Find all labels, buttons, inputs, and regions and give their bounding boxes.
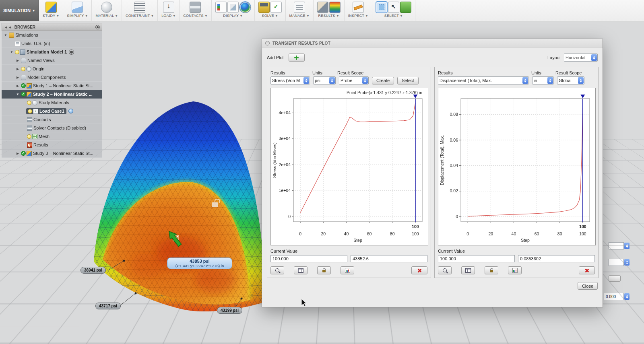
current-step-field[interactable]: 100.000 <box>438 255 515 262</box>
select-button[interactable]: Select <box>397 77 419 84</box>
cursor-triangle-icon[interactable] <box>413 95 417 98</box>
expand-arrow-icon[interactable]: ▶ <box>15 84 20 88</box>
toolbar-group-constraint[interactable]: CONSTRAINT ▼ <box>122 0 158 21</box>
stepper-icon[interactable] <box>624 243 630 249</box>
results-compare-icon[interactable] <box>317 2 328 13</box>
units-dropdown[interactable]: psi <box>313 76 336 84</box>
step-cursor[interactable]: 100 <box>412 95 419 229</box>
browser-item-origin[interactable]: ▶Origin <box>2 65 102 73</box>
browser-item-units-u-s-in[interactable]: Units: U.S. (in) <box>2 39 102 48</box>
browser-item-named-views[interactable]: ▶Named Views <box>2 56 102 65</box>
displacement-chart[interactable]: 02040608010000.020.040.060.08StepDisplac… <box>438 88 595 245</box>
material-icon[interactable] <box>101 2 112 13</box>
load-icon[interactable] <box>163 2 174 13</box>
background-button-fragment[interactable] <box>609 275 621 282</box>
browser-item-load-case1[interactable]: Load Case1 <box>2 107 102 115</box>
visibility-bulb-icon[interactable] <box>21 67 25 71</box>
expand-arrow-icon[interactable]: ▶ <box>15 152 20 155</box>
expand-arrow-icon[interactable]: ▶ <box>15 59 20 62</box>
display-results-colors-icon[interactable] <box>239 2 251 13</box>
visibility-bulb-icon[interactable] <box>28 109 32 113</box>
units-dropdown[interactable]: in <box>532 76 554 84</box>
browser-item-study-materials[interactable]: Study Materials <box>2 99 102 107</box>
table-view-button[interactable] <box>461 266 475 274</box>
browser-item-simulations[interactable]: ▼Simulations <box>2 31 102 39</box>
select-cursor-icon[interactable] <box>388 2 399 13</box>
stepper-icon[interactable] <box>624 259 630 266</box>
results-dropdown[interactable]: Displacement (Total), Max. <box>438 76 529 84</box>
add-plot-button[interactable] <box>289 54 305 62</box>
stepper-icon[interactable] <box>624 293 630 300</box>
inspect-measure-icon[interactable] <box>353 2 364 13</box>
lock-scale-button[interactable] <box>317 266 331 274</box>
browser-item-study-2-nonlinear-static[interactable]: ▼Study 2 – Nonlinear Static ... <box>2 90 102 99</box>
toolbar-group-select[interactable]: SELECT ▼ <box>372 0 415 21</box>
expand-arrow-icon[interactable]: ▶ <box>15 67 20 71</box>
results-legend-icon[interactable] <box>329 2 341 13</box>
browser-header[interactable]: ◄◄ BROWSER <box>2 23 102 31</box>
toolbar-group-solve[interactable]: SOLVE ▼ <box>255 0 286 21</box>
select-solid-icon[interactable] <box>400 2 411 13</box>
dialog-titlebar[interactable]: TRANSIENT RESULTS PLOT <box>262 39 603 47</box>
expand-arrow-icon[interactable]: ▼ <box>9 50 14 54</box>
table-view-button[interactable] <box>294 266 308 274</box>
visibility-bulb-icon[interactable] <box>27 101 31 105</box>
expand-arrow-icon[interactable]: ▼ <box>3 33 8 37</box>
stress-chart[interactable]: 02040608010001e+042e+043e+044e+04StepStr… <box>271 88 428 245</box>
zoom-button[interactable] <box>438 266 452 274</box>
browser-item-study-1-nonlinear-static-st[interactable]: ▶Study 1 – Nonlinear Static St... <box>2 82 102 90</box>
lock-scale-button[interactable] <box>485 266 498 274</box>
contacts-icon[interactable] <box>190 2 201 13</box>
select-window-icon[interactable] <box>376 2 387 13</box>
browser-target-icon[interactable] <box>95 25 100 29</box>
simplify-icon[interactable] <box>72 2 83 13</box>
browser-item-study-3-nonlinear-static-st[interactable]: ▶Study 3 – Nonlinear Static St... <box>2 149 102 158</box>
active-model-icon[interactable] <box>69 49 74 55</box>
visibility-bulb-icon[interactable] <box>27 134 31 139</box>
delete-plot-button[interactable] <box>411 266 427 274</box>
toolbar-group-contacts[interactable]: CONTACTS ▼ <box>180 0 211 21</box>
manage-settings-icon[interactable] <box>294 2 305 13</box>
layout-dropdown[interactable]: Horizontal <box>564 54 598 62</box>
cursor-triangle-icon[interactable] <box>580 95 585 98</box>
constraint-icon[interactable] <box>134 2 145 13</box>
solve-local-icon[interactable] <box>258 2 270 13</box>
current-displacement-field[interactable]: 0.0853602 <box>518 255 595 262</box>
toolbar-group-inspect[interactable]: INSPECT ▼ <box>345 0 372 21</box>
browser-item-solver-contacts-disabled[interactable]: Solver Contacts (Disabled) <box>2 124 102 132</box>
delete-plot-button[interactable] <box>579 266 595 274</box>
solve-precheck-icon[interactable] <box>270 2 282 13</box>
current-stress-field[interactable]: 43852.6 <box>351 255 427 262</box>
display-style-icon[interactable] <box>227 2 239 13</box>
browser-item-simulation-model-1[interactable]: ▼Simulation Model 1 <box>2 48 102 56</box>
zoom-button[interactable] <box>270 266 284 274</box>
toolbar-group-display[interactable]: DISPLAY ▼ <box>212 0 255 21</box>
toolbar-group-load[interactable]: LOAD ▼ <box>158 0 180 21</box>
results-dropdown[interactable]: Stress (Von M <box>270 76 310 84</box>
workspace-switcher[interactable]: SIMULATION ▼ <box>0 0 39 21</box>
result-scope-dropdown[interactable]: Probe <box>339 76 369 84</box>
toolbar-group-simplify[interactable]: SIMPLIFY ▼ <box>63 0 92 21</box>
toolbar-group-study[interactable]: STUDY ▼ <box>39 0 63 21</box>
display-legend-icon[interactable] <box>215 2 227 13</box>
background-value-input[interactable]: 0.000 <box>604 293 624 300</box>
active-load-case-icon[interactable] <box>68 109 73 113</box>
current-step-field[interactable]: 100.000 <box>270 255 347 262</box>
toolbar-group-results[interactable]: RESULTS ▼ <box>314 0 345 21</box>
toolbar-group-manage[interactable]: MANAGE ▼ <box>286 0 314 21</box>
close-button[interactable]: Close <box>578 282 598 290</box>
export-plot-button[interactable] <box>341 266 354 274</box>
browser-item-results[interactable]: Results <box>2 141 102 149</box>
export-plot-button[interactable] <box>508 266 522 274</box>
browser-item-model-components[interactable]: ▶Model Components <box>2 73 102 82</box>
collapse-panel-icon[interactable]: ◄◄ <box>4 25 12 29</box>
browser-item-mesh[interactable]: Mesh <box>2 132 102 141</box>
visibility-bulb-icon[interactable] <box>15 50 19 54</box>
toolbar-group-material[interactable]: MATERIAL ▼ <box>92 0 122 21</box>
result-scope-dropdown[interactable]: Global <box>557 76 584 84</box>
expand-arrow-icon[interactable]: ▼ <box>15 93 20 96</box>
collapse-dialog-icon[interactable] <box>265 41 270 45</box>
create-button[interactable]: Create <box>372 77 394 84</box>
study-icon[interactable] <box>45 2 57 13</box>
expand-arrow-icon[interactable]: ▶ <box>15 76 20 79</box>
